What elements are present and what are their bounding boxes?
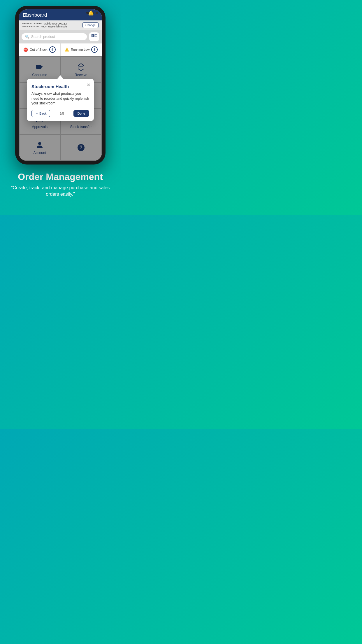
barcode-icon [91, 34, 97, 40]
warning-icon: ⚠️ [65, 48, 69, 52]
stockroom-health-modal: ✕ Stockroom Health Always know what prod… [27, 79, 94, 121]
tooltip-arrow [57, 75, 63, 79]
svg-rect-6 [92, 34, 93, 35]
modal-overlay: ✕ Stockroom Health Always know what prod… [19, 56, 102, 161]
svg-rect-3 [94, 34, 94, 37]
search-icon: 🔍 [25, 35, 29, 39]
search-input-wrap[interactable]: 🔍 Search product [22, 33, 87, 40]
stock-status-bar: ⛔ Out of Stock 4 ⚠️ Running Low 8 [19, 43, 102, 56]
modal-body: Always know what products you need to re… [31, 91, 89, 106]
modal-step: 5/5 [59, 112, 64, 115]
modal-done-button[interactable]: Done [73, 110, 89, 117]
change-button[interactable]: Change [82, 22, 99, 28]
svg-rect-2 [93, 34, 94, 37]
svg-rect-8 [95, 34, 97, 35]
search-bar: 🔍 Search product [19, 30, 102, 43]
stockroom-value: PoU - Replenish mode [41, 25, 67, 28]
svg-rect-7 [92, 37, 93, 37]
out-of-stock-item[interactable]: ⛔ Out of Stock 4 [19, 43, 61, 56]
running-low-item[interactable]: ⚠️ Running Low 8 [61, 43, 102, 56]
svg-rect-9 [95, 37, 97, 37]
org-info: ORGANIZATION Mobile-UAT-ORG12 STOCKROOM … [22, 22, 67, 28]
phone-top-bar: ☰ Dashboard 🔔 [19, 9, 102, 20]
org-label: ORGANIZATION [22, 22, 42, 25]
stockroom-label: STOCKROOM [22, 25, 39, 28]
main-content: Consume Receive [19, 56, 102, 161]
phone-shell: ☰ Dashboard 🔔 ORGANIZATION Mobile-UAT-OR… [15, 6, 106, 164]
barcode-button[interactable] [89, 32, 99, 41]
modal-footer: ← Back 5/5 Done [31, 110, 89, 117]
modal-back-button[interactable]: ← Back [31, 110, 50, 117]
phone-screen: ☰ Dashboard 🔔 ORGANIZATION Mobile-UAT-OR… [19, 9, 102, 161]
modal-close-button[interactable]: ✕ [87, 82, 90, 88]
search-placeholder-text: Search product [31, 35, 55, 39]
running-low-badge: 8 [91, 46, 98, 53]
menu-icon[interactable]: ☰ [23, 12, 27, 18]
bottom-subtitle: "Create, track, and manage purchase and … [6, 185, 115, 198]
svg-rect-4 [95, 34, 95, 37]
org-bar: ORGANIZATION Mobile-UAT-ORG12 STOCKROOM … [19, 20, 102, 30]
camera-area: 🔔 [86, 12, 98, 14]
out-of-stock-badge: 4 [49, 46, 56, 53]
modal-title: Stockroom Health [31, 84, 89, 89]
bottom-text-section: Order Management "Create, track, and man… [0, 164, 121, 201]
out-of-stock-label: Out of Stock [30, 48, 48, 51]
back-arrow-icon: ← [35, 112, 38, 115]
error-icon: ⛔ [23, 48, 28, 52]
bottom-title: Order Management [6, 172, 115, 182]
camera-dot-2 [96, 12, 98, 14]
bell-icon[interactable]: 🔔 [88, 10, 94, 16]
org-value: Mobile-UAT-ORG12 [43, 22, 67, 25]
running-low-label: Running Low [71, 48, 89, 51]
